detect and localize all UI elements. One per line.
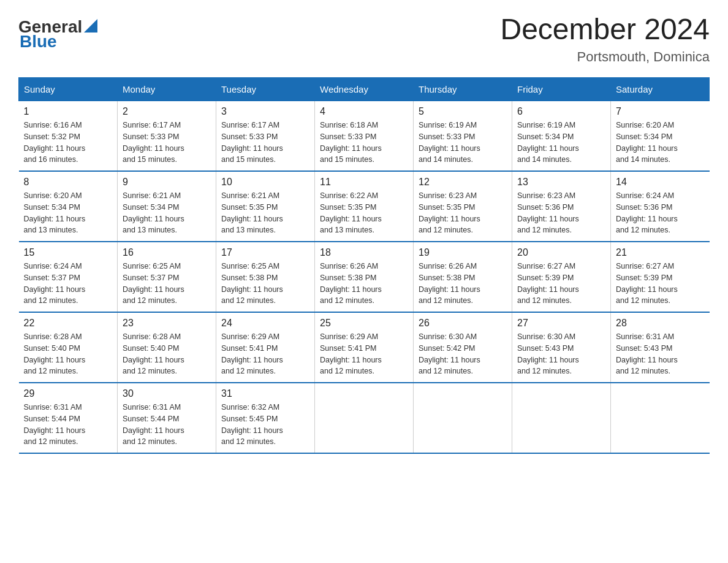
logo-blue: Blue (18, 33, 97, 50)
calendar-cell: 5Sunrise: 6:19 AM Sunset: 5:33 PM Daylig… (414, 101, 512, 172)
day-number: 4 (320, 106, 408, 117)
weekday-header-monday: Monday (118, 78, 216, 101)
calendar-cell (315, 383, 414, 453)
day-info: Sunrise: 6:21 AM Sunset: 5:35 PM Dayligh… (221, 190, 309, 236)
day-info: Sunrise: 6:32 AM Sunset: 5:45 PM Dayligh… (221, 402, 309, 448)
weekday-header-sunday: Sunday (19, 78, 118, 101)
day-info: Sunrise: 6:28 AM Sunset: 5:40 PM Dayligh… (123, 331, 211, 377)
calendar-cell: 21Sunrise: 6:27 AM Sunset: 5:39 PM Dayli… (611, 242, 710, 312)
day-info: Sunrise: 6:28 AM Sunset: 5:40 PM Dayligh… (24, 331, 113, 377)
day-number: 21 (616, 247, 705, 258)
logo-triangle-icon (84, 19, 97, 33)
calendar-cell: 31Sunrise: 6:32 AM Sunset: 5:45 PM Dayli… (216, 383, 315, 453)
weekday-header-saturday: Saturday (611, 78, 710, 101)
day-info: Sunrise: 6:18 AM Sunset: 5:33 PM Dayligh… (320, 120, 408, 166)
day-info: Sunrise: 6:19 AM Sunset: 5:34 PM Dayligh… (517, 120, 605, 166)
day-number: 26 (419, 318, 507, 329)
week-row-3: 15Sunrise: 6:24 AM Sunset: 5:37 PM Dayli… (19, 242, 710, 312)
calendar-cell: 24Sunrise: 6:29 AM Sunset: 5:41 PM Dayli… (216, 312, 315, 383)
title-section: December 2024 Portsmouth, Dominica (500, 12, 710, 65)
calendar-cell (414, 383, 512, 453)
day-number: 15 (24, 247, 113, 258)
day-info: Sunrise: 6:29 AM Sunset: 5:41 PM Dayligh… (320, 331, 408, 377)
page-header: General Blue December 2024 Portsmouth, D… (18, 12, 710, 65)
day-info: Sunrise: 6:25 AM Sunset: 5:37 PM Dayligh… (123, 261, 211, 307)
day-number: 24 (221, 318, 309, 329)
day-info: Sunrise: 6:31 AM Sunset: 5:44 PM Dayligh… (123, 402, 211, 448)
day-info: Sunrise: 6:26 AM Sunset: 5:38 PM Dayligh… (320, 261, 408, 307)
calendar-cell: 28Sunrise: 6:31 AM Sunset: 5:43 PM Dayli… (611, 312, 710, 383)
calendar-cell: 18Sunrise: 6:26 AM Sunset: 5:38 PM Dayli… (315, 242, 414, 312)
day-info: Sunrise: 6:16 AM Sunset: 5:32 PM Dayligh… (24, 120, 113, 166)
day-number: 31 (221, 388, 309, 399)
calendar-cell (512, 383, 611, 453)
day-number: 28 (616, 318, 705, 329)
calendar-cell: 10Sunrise: 6:21 AM Sunset: 5:35 PM Dayli… (216, 171, 315, 242)
day-info: Sunrise: 6:23 AM Sunset: 5:35 PM Dayligh… (419, 190, 507, 236)
day-number: 9 (123, 177, 211, 188)
calendar-cell: 2Sunrise: 6:17 AM Sunset: 5:33 PM Daylig… (118, 101, 216, 172)
weekday-header-wednesday: Wednesday (315, 78, 414, 101)
calendar-cell: 1Sunrise: 6:16 AM Sunset: 5:32 PM Daylig… (19, 101, 118, 172)
week-row-4: 22Sunrise: 6:28 AM Sunset: 5:40 PM Dayli… (19, 312, 710, 383)
calendar-cell: 14Sunrise: 6:24 AM Sunset: 5:36 PM Dayli… (611, 171, 710, 242)
day-info: Sunrise: 6:31 AM Sunset: 5:43 PM Dayligh… (616, 331, 705, 377)
calendar-cell: 26Sunrise: 6:30 AM Sunset: 5:42 PM Dayli… (414, 312, 512, 383)
calendar-cell: 11Sunrise: 6:22 AM Sunset: 5:35 PM Dayli… (315, 171, 414, 242)
location: Portsmouth, Dominica (500, 49, 710, 65)
calendar-cell: 16Sunrise: 6:25 AM Sunset: 5:37 PM Dayli… (118, 242, 216, 312)
day-number: 7 (616, 106, 705, 117)
day-info: Sunrise: 6:26 AM Sunset: 5:38 PM Dayligh… (419, 261, 507, 307)
day-info: Sunrise: 6:17 AM Sunset: 5:33 PM Dayligh… (123, 120, 211, 166)
calendar-cell: 4Sunrise: 6:18 AM Sunset: 5:33 PM Daylig… (315, 101, 414, 172)
day-number: 25 (320, 318, 408, 329)
day-number: 8 (24, 177, 113, 188)
day-number: 12 (419, 177, 507, 188)
day-number: 16 (123, 247, 211, 258)
calendar-cell (611, 383, 710, 453)
day-info: Sunrise: 6:30 AM Sunset: 5:42 PM Dayligh… (419, 331, 507, 377)
day-info: Sunrise: 6:24 AM Sunset: 5:37 PM Dayligh… (24, 261, 113, 307)
calendar-cell: 29Sunrise: 6:31 AM Sunset: 5:44 PM Dayli… (19, 383, 118, 453)
calendar-table: SundayMondayTuesdayWednesdayThursdayFrid… (18, 77, 710, 454)
day-info: Sunrise: 6:24 AM Sunset: 5:36 PM Dayligh… (616, 190, 705, 236)
day-info: Sunrise: 6:27 AM Sunset: 5:39 PM Dayligh… (517, 261, 605, 307)
calendar-cell: 22Sunrise: 6:28 AM Sunset: 5:40 PM Dayli… (19, 312, 118, 383)
svg-marker-0 (84, 19, 97, 33)
day-number: 14 (616, 177, 705, 188)
day-info: Sunrise: 6:27 AM Sunset: 5:39 PM Dayligh… (616, 261, 705, 307)
calendar-cell: 13Sunrise: 6:23 AM Sunset: 5:36 PM Dayli… (512, 171, 611, 242)
day-info: Sunrise: 6:23 AM Sunset: 5:36 PM Dayligh… (517, 190, 605, 236)
calendar-cell: 3Sunrise: 6:17 AM Sunset: 5:33 PM Daylig… (216, 101, 315, 172)
calendar-cell: 20Sunrise: 6:27 AM Sunset: 5:39 PM Dayli… (512, 242, 611, 312)
day-number: 3 (221, 106, 309, 117)
day-info: Sunrise: 6:31 AM Sunset: 5:44 PM Dayligh… (24, 402, 113, 448)
calendar-cell: 6Sunrise: 6:19 AM Sunset: 5:34 PM Daylig… (512, 101, 611, 172)
weekday-header-thursday: Thursday (414, 78, 512, 101)
calendar-cell: 9Sunrise: 6:21 AM Sunset: 5:34 PM Daylig… (118, 171, 216, 242)
day-info: Sunrise: 6:21 AM Sunset: 5:34 PM Dayligh… (123, 190, 211, 236)
calendar-cell: 25Sunrise: 6:29 AM Sunset: 5:41 PM Dayli… (315, 312, 414, 383)
day-number: 20 (517, 247, 605, 258)
calendar-cell: 19Sunrise: 6:26 AM Sunset: 5:38 PM Dayli… (414, 242, 512, 312)
week-row-1: 1Sunrise: 6:16 AM Sunset: 5:32 PM Daylig… (19, 101, 710, 172)
day-number: 18 (320, 247, 408, 258)
day-info: Sunrise: 6:30 AM Sunset: 5:43 PM Dayligh… (517, 331, 605, 377)
calendar-cell: 27Sunrise: 6:30 AM Sunset: 5:43 PM Dayli… (512, 312, 611, 383)
calendar-cell: 23Sunrise: 6:28 AM Sunset: 5:40 PM Dayli… (118, 312, 216, 383)
weekday-header-friday: Friday (512, 78, 611, 101)
day-info: Sunrise: 6:20 AM Sunset: 5:34 PM Dayligh… (616, 120, 705, 166)
day-info: Sunrise: 6:19 AM Sunset: 5:33 PM Dayligh… (419, 120, 507, 166)
day-info: Sunrise: 6:29 AM Sunset: 5:41 PM Dayligh… (221, 331, 309, 377)
day-number: 27 (517, 318, 605, 329)
day-number: 19 (419, 247, 507, 258)
week-row-5: 29Sunrise: 6:31 AM Sunset: 5:44 PM Dayli… (19, 383, 710, 453)
weekday-header-row: SundayMondayTuesdayWednesdayThursdayFrid… (19, 78, 710, 101)
day-number: 17 (221, 247, 309, 258)
day-number: 10 (221, 177, 309, 188)
calendar-cell: 8Sunrise: 6:20 AM Sunset: 5:34 PM Daylig… (19, 171, 118, 242)
month-title: December 2024 (500, 12, 710, 46)
day-info: Sunrise: 6:20 AM Sunset: 5:34 PM Dayligh… (24, 190, 113, 236)
day-number: 11 (320, 177, 408, 188)
calendar-cell: 17Sunrise: 6:25 AM Sunset: 5:38 PM Dayli… (216, 242, 315, 312)
